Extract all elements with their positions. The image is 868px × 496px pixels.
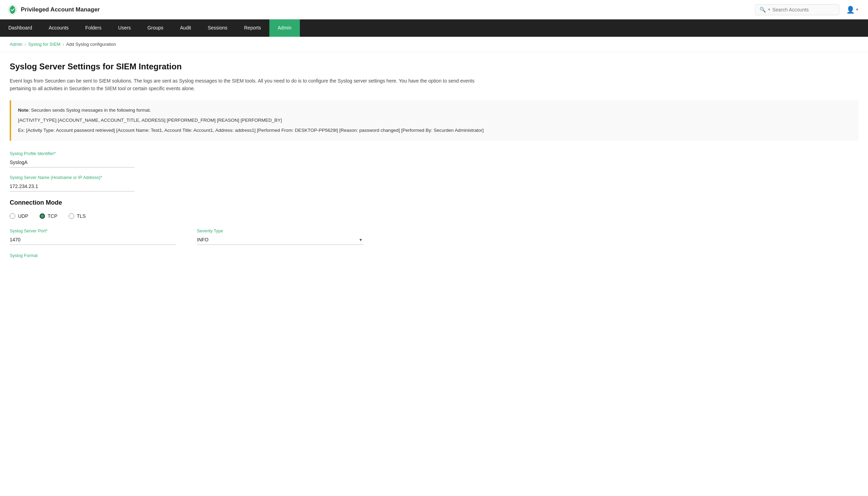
radio-udp[interactable]: UDP [10, 213, 28, 219]
server-port-label: Syslog Server Port* [10, 229, 176, 233]
breadcrumb-sep-2: › [62, 42, 64, 47]
syslog-profile-group: Syslog Profile Identifier* [10, 151, 134, 168]
connection-mode-section: Connection Mode UDP TCP TLS [10, 199, 858, 219]
syslog-server-label: Syslog Server Name (Hostname or IP Addre… [10, 175, 134, 180]
main-content: Syslog Server Settings for SIEM Integrat… [0, 52, 868, 268]
server-port-input[interactable] [10, 235, 176, 245]
radio-tls-input[interactable] [69, 213, 74, 219]
nav-item-groups[interactable]: Groups [139, 19, 172, 37]
note-line3: Ex: [Activity Type: Account password ret… [18, 127, 851, 135]
connection-mode-title: Connection Mode [10, 199, 858, 206]
severity-type-select[interactable]: INFO DEBUG WARNING ERROR CRITICAL [197, 235, 363, 245]
header: Privileged Account Manager 🔍 ▾ 👤 ▾ [0, 0, 868, 19]
breadcrumb-sep-1: › [25, 42, 26, 47]
syslog-server-input[interactable] [10, 181, 134, 191]
connection-mode-radio-group: UDP TCP TLS [10, 213, 858, 219]
radio-udp-label: UDP [18, 213, 28, 219]
nav-item-sessions[interactable]: Sessions [199, 19, 236, 37]
severity-type-group: Severity Type INFO DEBUG WARNING ERROR C… [197, 229, 363, 245]
nav-item-audit[interactable]: Audit [172, 19, 199, 37]
syslog-format-section: Syslog Format [10, 253, 858, 258]
radio-tcp-label: TCP [48, 213, 58, 219]
radio-tls[interactable]: TLS [69, 213, 86, 219]
user-menu-button[interactable]: 👤 ▾ [843, 3, 861, 16]
header-right: 🔍 ▾ 👤 ▾ [755, 3, 861, 16]
nav-item-admin[interactable]: Admin [269, 19, 300, 37]
user-icon: 👤 [846, 6, 855, 14]
syslog-profile-input[interactable] [10, 157, 134, 168]
note-text1: : Securden sends Syslog messages in the … [28, 108, 151, 113]
note-line2: [ACTIVITY_TYPE] [ACCOUNT_NAME, ACCOUNT_T… [18, 117, 851, 125]
nav-item-reports[interactable]: Reports [236, 19, 269, 37]
search-icon: 🔍 [760, 7, 766, 13]
breadcrumb-syslog[interactable]: Syslog for SIEM [28, 42, 60, 47]
severity-type-label: Severity Type [197, 229, 363, 233]
syslog-format-label: Syslog Format [10, 253, 38, 258]
note-bold: Note [18, 108, 28, 113]
page-title: Syslog Server Settings for SIEM Integrat… [10, 62, 858, 71]
page-description: Event logs from Securden can be sent to … [10, 77, 488, 93]
logo-icon [7, 4, 18, 15]
radio-tls-label: TLS [77, 213, 86, 219]
app-title: Privileged Account Manager [21, 6, 100, 13]
radio-tcp-input[interactable] [40, 213, 45, 219]
nav-item-accounts[interactable]: Accounts [41, 19, 77, 37]
nav-item-users[interactable]: Users [110, 19, 139, 37]
note-line1: Note: Securden sends Syslog messages in … [18, 106, 851, 114]
syslog-profile-label: Syslog Profile Identifier* [10, 151, 134, 156]
breadcrumb-admin[interactable]: Admin [10, 42, 23, 47]
nav-item-dashboard[interactable]: Dashboard [0, 19, 41, 37]
search-bar[interactable]: 🔍 ▾ [755, 4, 839, 15]
user-dropdown-icon: ▾ [856, 7, 858, 12]
main-nav: Dashboard Accounts Folders Users Groups … [0, 19, 868, 37]
port-severity-row: Syslog Server Port* Severity Type INFO D… [10, 229, 858, 245]
note-box: Note: Securden sends Syslog messages in … [10, 100, 858, 141]
severity-select-wrapper: INFO DEBUG WARNING ERROR CRITICAL ▾ [197, 235, 363, 245]
server-port-group: Syslog Server Port* [10, 229, 176, 245]
breadcrumb-current: Add Syslog configuration [66, 42, 116, 47]
nav-item-folders[interactable]: Folders [77, 19, 110, 37]
breadcrumb: Admin › Syslog for SIEM › Add Syslog con… [0, 37, 868, 52]
search-dropdown-icon[interactable]: ▾ [768, 7, 770, 12]
app-logo: Privileged Account Manager [7, 4, 100, 15]
search-input[interactable] [772, 7, 835, 12]
radio-udp-input[interactable] [10, 213, 15, 219]
syslog-server-group: Syslog Server Name (Hostname or IP Addre… [10, 175, 134, 191]
radio-tcp[interactable]: TCP [40, 213, 58, 219]
